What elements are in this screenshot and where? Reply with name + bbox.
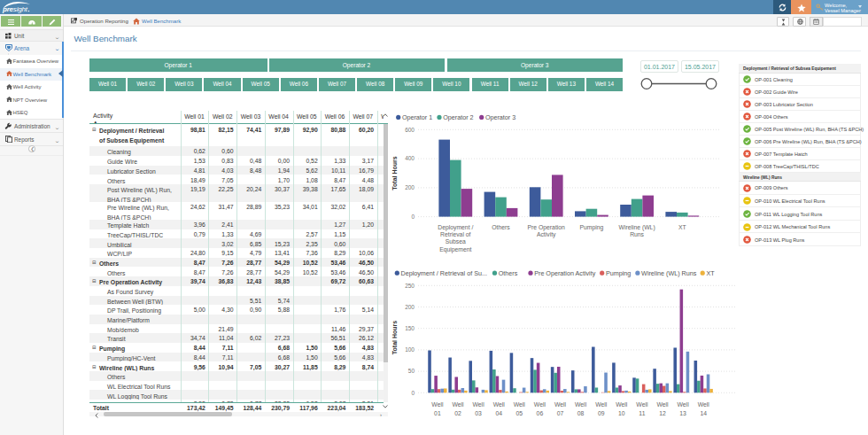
svg-text:03: 03 [475,410,482,416]
svg-text:200: 200 [405,304,415,310]
svg-text:Operator 2: Operator 2 [443,113,473,121]
svg-text:07: 07 [557,410,564,416]
svg-text:Well: Well [493,401,506,408]
svg-text:Well: Well [473,401,485,408]
svg-text:Pre Operation: Pre Operation [528,224,566,231]
svg-text:11: 11 [639,410,645,416]
svg-text:250: 250 [405,283,415,289]
svg-text:08: 08 [577,410,585,416]
svg-text:02: 02 [454,410,461,416]
svg-text:Well: Well [554,401,567,408]
svg-text:Well: Well [678,401,690,408]
svg-text:Operator 1: Operator 1 [402,113,432,121]
svg-text:12: 12 [659,410,666,416]
svg-text:10: 10 [618,410,625,416]
svg-text:Equipement: Equipement [439,246,471,253]
svg-text:01: 01 [434,410,441,416]
svg-text:Pre Operation Activity: Pre Operation Activity [534,269,596,277]
svg-text:Others: Others [492,224,510,230]
svg-text:Deployment /: Deployment / [438,224,473,231]
svg-text:0: 0 [411,214,415,220]
svg-text:Well: Well [595,401,608,408]
svg-text:05: 05 [516,410,523,416]
svg-text:600: 600 [405,127,415,133]
svg-text:Deployment / Retrieval of Su..: Deployment / Retrieval of Su... [401,269,487,277]
svg-text:presight: presight [2,5,28,13]
svg-text:Retrieval of: Retrieval of [440,231,470,237]
svg-text:Pumping: Pumping [606,269,631,277]
svg-text:Well: Well [698,401,710,408]
svg-text:100: 100 [405,346,415,353]
svg-text:Well: Well [514,401,526,408]
svg-text:XT: XT [706,269,715,277]
svg-text:04: 04 [495,410,502,416]
svg-text:06: 06 [537,410,544,416]
svg-text:Total Hours: Total Hours [391,156,398,190]
svg-text:200: 200 [405,184,415,190]
svg-text:Operator 3: Operator 3 [485,113,515,121]
svg-text:Wireline (WL): Wireline (WL) [619,224,655,231]
svg-text:Well: Well [452,401,464,408]
svg-text:XT: XT [678,224,686,230]
svg-text:Well: Well [534,401,546,408]
svg-text:Well: Well [575,401,587,408]
svg-text:Activity: Activity [537,231,556,238]
svg-text:Well: Well [616,401,628,408]
svg-text:400: 400 [405,155,415,161]
svg-text:Others: Others [499,269,518,277]
svg-text:Well: Well [656,401,669,408]
svg-text:13: 13 [679,410,686,416]
svg-text:Subsea: Subsea [446,238,466,245]
svg-text:Wireline (WL) Runs: Wireline (WL) Runs [641,269,697,277]
svg-text:150: 150 [405,325,415,331]
svg-text:Well: Well [636,401,648,408]
svg-text:09: 09 [598,410,605,416]
svg-text:Total Hours: Total Hours [391,321,398,354]
svg-text:Runs: Runs [630,231,644,237]
svg-text:14: 14 [700,410,707,416]
svg-text:Pumping: Pumping [579,224,603,231]
svg-text:50: 50 [408,368,415,374]
svg-text:0: 0 [411,390,415,396]
svg-text:Well: Well [431,401,444,408]
